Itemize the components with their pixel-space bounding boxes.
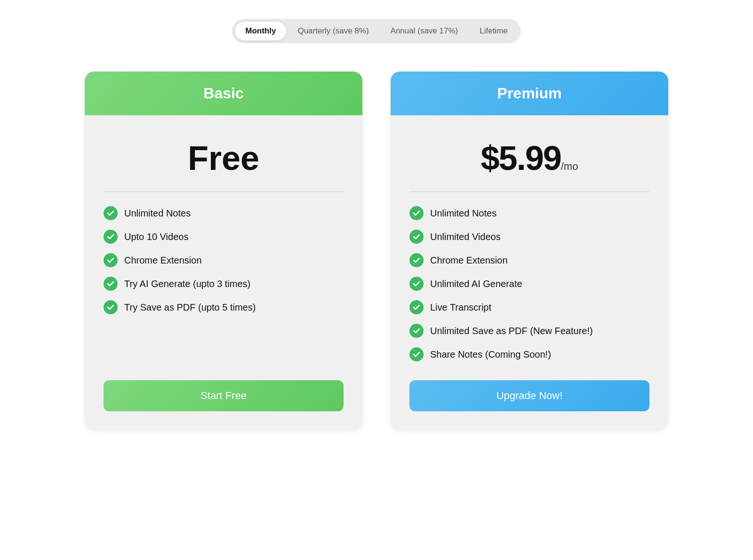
list-item: Live Transcript	[409, 300, 649, 314]
check-icon	[104, 230, 118, 244]
list-item: Share Notes (Coming Soon!)	[409, 347, 649, 361]
premium-price: $5.99	[481, 139, 561, 177]
basic-plan-title: Basic	[203, 85, 243, 102]
basic-price: Free	[188, 139, 259, 177]
check-icon	[409, 300, 424, 314]
basic-plan-body: Free Unlimited Notes Upto 10 Videos	[85, 115, 362, 430]
list-item: Try AI Generate (upto 3 times)	[104, 277, 344, 291]
list-item: Unlimited AI Generate	[409, 277, 649, 291]
feature-label: Unlimited Notes	[430, 208, 497, 219]
billing-lifetime[interactable]: Lifetime	[469, 22, 518, 40]
feature-label: Unlimited Save as PDF (New Feature!)	[430, 326, 593, 336]
list-item: Chrome Extension	[104, 253, 344, 267]
feature-label: Try Save as PDF (upto 5 times)	[124, 302, 256, 313]
feature-label: Unlimited Videos	[430, 232, 501, 242]
list-item: Try Save as PDF (upto 5 times)	[104, 300, 344, 314]
premium-cta-button[interactable]: Upgrade Now!	[409, 380, 649, 411]
billing-annual[interactable]: Annual (save 17%)	[380, 22, 469, 40]
feature-label: Chrome Extension	[124, 255, 202, 266]
check-icon	[409, 206, 424, 220]
billing-quarterly[interactable]: Quarterly (save 8%)	[287, 22, 379, 40]
basic-features-list: Unlimited Notes Upto 10 Videos Chrome Ex…	[104, 206, 344, 361]
list-item: Unlimited Videos	[409, 230, 649, 244]
basic-divider	[104, 192, 344, 192]
list-item: Upto 10 Videos	[104, 230, 344, 244]
premium-plan-header: Premium	[391, 72, 668, 115]
check-icon	[409, 324, 424, 338]
check-icon	[104, 300, 118, 314]
check-icon	[409, 277, 424, 291]
premium-divider	[409, 192, 649, 192]
feature-label: Chrome Extension	[430, 255, 508, 266]
premium-plan-title: Premium	[497, 85, 562, 102]
feature-label: Unlimited AI Generate	[430, 279, 522, 289]
feature-label: Try AI Generate (upto 3 times)	[124, 279, 250, 289]
feature-label: Live Transcript	[430, 302, 491, 313]
premium-features-list: Unlimited Notes Unlimited Videos Chrome …	[409, 206, 649, 361]
list-item: Unlimited Save as PDF (New Feature!)	[409, 324, 649, 338]
check-icon	[104, 206, 118, 220]
billing-monthly[interactable]: Monthly	[235, 22, 286, 40]
check-icon	[409, 253, 424, 267]
check-icon	[409, 230, 424, 244]
basic-plan-header: Basic	[85, 72, 362, 115]
basic-cta-button[interactable]: Start Free	[104, 380, 344, 411]
list-item: Chrome Extension	[409, 253, 649, 267]
feature-label: Unlimited Notes	[124, 208, 191, 219]
feature-label: Share Notes (Coming Soon!)	[430, 349, 551, 360]
premium-price-period: /mo	[561, 160, 578, 172]
check-icon	[104, 277, 118, 291]
feature-label: Upto 10 Videos	[124, 232, 188, 242]
plans-container: Basic Free Unlimited Notes Upto 10 Vi	[71, 72, 682, 430]
basic-plan-card: Basic Free Unlimited Notes Upto 10 Vi	[85, 72, 362, 430]
basic-price-section: Free	[104, 129, 344, 192]
premium-plan-body: $5.99/mo Unlimited Notes Unlimited Video…	[391, 115, 668, 430]
check-icon	[409, 347, 424, 361]
check-icon	[104, 253, 118, 267]
premium-plan-card: Premium $5.99/mo Unlimited Notes Unli	[391, 72, 668, 430]
billing-toggle: Monthly Quarterly (save 8%) Annual (save…	[232, 19, 521, 43]
list-item: Unlimited Notes	[409, 206, 649, 220]
premium-price-section: $5.99/mo	[409, 129, 649, 192]
list-item: Unlimited Notes	[104, 206, 344, 220]
